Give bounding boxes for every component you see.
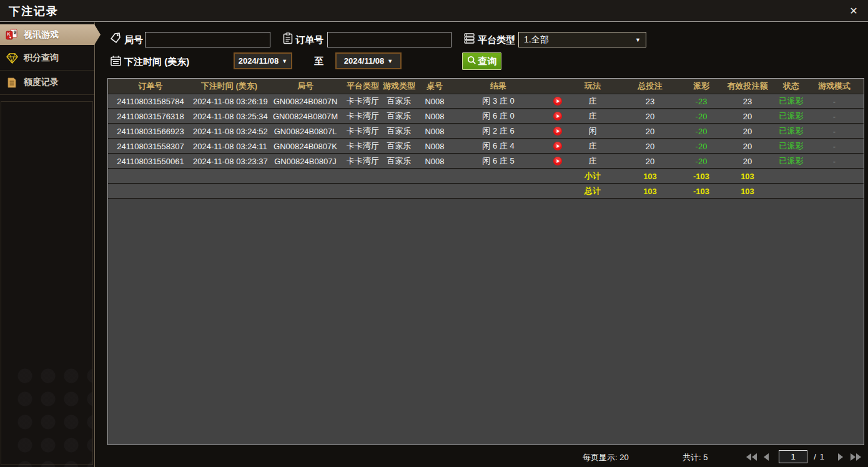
sidebar-item-video-games[interactable]: 9 K ♥ 视讯游戏 [0, 24, 101, 45]
play-video-icon[interactable] [545, 112, 570, 120]
cell-game-type: 百家乐 [380, 125, 418, 137]
cell-table-no: N008 [418, 97, 451, 106]
cell-valid-bet: 20 [718, 157, 777, 166]
table-header: 订单号下注时间 (美东)局号平台类型游戏类型桌号结果玩法总投注派彩有效投注额状态… [108, 79, 864, 94]
play-video-icon[interactable] [545, 127, 570, 135]
cell-time: 2024-11-08 03:24:52 [193, 127, 265, 136]
sidebar-item-label: 视讯游戏 [24, 29, 59, 41]
column-header: 桌号 [418, 81, 451, 92]
play-video-icon[interactable] [545, 142, 570, 150]
result-text: 闲 6 庄 4 [451, 140, 545, 152]
column-header: 结果 [451, 81, 570, 92]
cell-order-id: 241108031558307 [108, 142, 193, 151]
date-to-picker[interactable]: 2024/11/08 ▼ [335, 52, 402, 69]
page-number-input[interactable]: 1 [779, 450, 807, 463]
cell-mode: - [805, 157, 864, 166]
background-roadmap-ghost [14, 365, 92, 467]
last-page-icon[interactable] [848, 451, 863, 463]
document-icon [6, 77, 18, 89]
cell-round: GN00824B0807N [265, 97, 345, 106]
sidebar-item-label: 积分查询 [24, 52, 59, 64]
cell-round: GN00824B0807M [265, 112, 345, 121]
prev-page-icon[interactable] [759, 451, 774, 463]
platform-type-label: 平台类型 [478, 34, 515, 46]
column-header: 总投注 [615, 81, 685, 92]
date-from-value: 2024/11/08 [239, 56, 279, 66]
bet-time-label: 下注时间 (美东) [124, 56, 189, 68]
cell-result: 闲 3 庄 0 [451, 96, 570, 107]
result-text: 闲 6 庄 0 [451, 111, 545, 122]
cell-round: GN00824B0807L [265, 127, 345, 136]
sidebar-item-points-query[interactable]: 积分查询 [0, 46, 94, 71]
table-row: 2411080315669232024-11-08 03:24:52GN0082… [108, 124, 864, 139]
search-button[interactable]: 查询 [462, 52, 501, 70]
date-to-value: 2024/11/08 [344, 56, 384, 66]
total-cell: 103 [718, 172, 777, 181]
platform-list-icon [463, 32, 475, 44]
cell-table-no: N008 [418, 157, 451, 166]
total-label: 小计 [570, 170, 615, 182]
cell-mode: - [805, 127, 864, 136]
cell-platform: 卡卡湾厅 [345, 140, 380, 152]
sidebar: 9 K ♥ 视讯游戏 积分查询 [0, 22, 95, 467]
cell-status: 已派彩 [777, 155, 805, 167]
cell-result: 闲 6 庄 5 [451, 155, 570, 167]
cell-game-type: 百家乐 [380, 96, 418, 107]
clipboard-icon [282, 32, 294, 44]
column-header: 派彩 [685, 81, 718, 92]
cell-status: 已派彩 [777, 125, 805, 137]
cell-time: 2024-11-08 03:24:11 [193, 142, 265, 151]
total-row: 总计103-103103 [108, 184, 864, 199]
cell-time: 2024-11-08 03:26:19 [193, 97, 265, 106]
svg-text:9: 9 [14, 30, 16, 34]
dropdown-arrow-icon: ▼ [635, 37, 641, 43]
search-icon [467, 56, 476, 67]
title-bar: 下注记录 ✕ [0, 0, 868, 22]
result-text: 闲 6 庄 5 [451, 155, 545, 167]
cell-order-id: 241108031585784 [108, 97, 193, 106]
result-text: 闲 3 庄 0 [451, 96, 545, 107]
search-button-label: 查询 [478, 56, 497, 67]
total-cell: 103 [615, 187, 685, 196]
playing-cards-icon: 9 K ♥ [6, 29, 18, 41]
cell-order-id: 241108031550061 [108, 157, 193, 166]
play-video-icon[interactable] [545, 97, 570, 106]
cell-platform: 卡卡湾厅 [345, 125, 380, 137]
cell-play: 庄 [570, 96, 615, 107]
cell-result: 闲 2 庄 6 [451, 125, 570, 137]
cell-platform: 卡卡湾厅 [345, 111, 380, 122]
column-header: 游戏类型 [380, 81, 418, 92]
date-from-picker[interactable]: 2024/11/08 ▼ [234, 52, 292, 69]
table-empty-area [108, 199, 864, 445]
column-header: 下注时间 (美东) [193, 81, 265, 92]
first-page-icon[interactable] [744, 451, 759, 463]
column-header: 有效投注额 [718, 81, 777, 92]
cell-status: 已派彩 [777, 140, 805, 152]
cell-round: GN00824B0807J [265, 157, 345, 166]
sidebar-item-label: 额度记录 [24, 77, 59, 88]
column-header: 游戏模式 [805, 81, 864, 92]
play-video-icon[interactable] [545, 157, 570, 165]
to-label: 至 [314, 56, 323, 67]
table-row: 2411080315857842024-11-08 03:26:19GN0082… [108, 94, 864, 109]
total-cell: 103 [615, 172, 685, 181]
cell-valid-bet: 23 [718, 97, 777, 106]
sidebar-item-quota-records[interactable]: 额度记录 [0, 71, 94, 95]
dropdown-arrow-icon: ▼ [387, 58, 393, 64]
order-number-input[interactable] [327, 32, 451, 47]
tag-icon [110, 32, 122, 44]
cell-total-bet: 20 [615, 127, 685, 136]
total-count-label: 共计: 5 [683, 452, 708, 463]
platform-type-select[interactable]: 1.全部 ▼ [518, 32, 646, 47]
cell-play: 闲 [570, 125, 615, 137]
round-number-input[interactable] [145, 32, 270, 47]
cell-platform: 卡卡湾厅 [345, 155, 380, 167]
order-number-label: 订单号 [295, 34, 323, 46]
cell-table-no: N008 [418, 127, 451, 136]
platform-type-value: 1.全部 [524, 34, 549, 46]
column-header: 平台类型 [345, 81, 380, 92]
records-table: 订单号下注时间 (美东)局号平台类型游戏类型桌号结果玩法总投注派彩有效投注额状态… [107, 78, 864, 445]
cell-table-no: N008 [418, 142, 451, 151]
close-icon[interactable]: ✕ [847, 4, 861, 18]
next-page-icon[interactable] [833, 451, 848, 463]
